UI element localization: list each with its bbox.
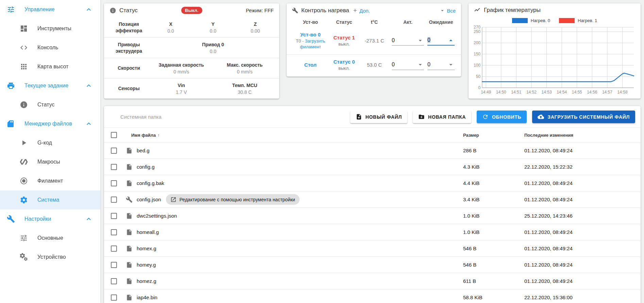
select-all-checkbox[interactable] (111, 132, 117, 138)
sidebar-item-label: G-код (37, 140, 52, 146)
row-checkbox[interactable] (111, 148, 117, 154)
extra-heaters-link[interactable]: Доп. (359, 8, 370, 14)
sidebar-section-files[interactable]: Менеджер файлов (0, 114, 100, 133)
row-checkbox[interactable] (111, 229, 117, 235)
file-modified: 01.12.2020, 08:49:24 (524, 148, 635, 153)
tool-link[interactable]: Уст-во 0 (291, 31, 329, 38)
sidebar-section-label: Управление (24, 6, 55, 13)
sidebar-section-job[interactable]: Текущее задание (0, 76, 100, 95)
table-row[interactable]: config.g.bak 4.4 KiB 01.12.2020, 08:49:2… (104, 175, 641, 191)
svg-text:14:55: 14:55 (572, 90, 582, 95)
svg-text:14:54: 14:54 (557, 90, 567, 95)
svg-text:14:58: 14:58 (617, 90, 628, 95)
table-row[interactable]: dwc2settings.json 1.0 KiB 25.12.2020, 14… (104, 207, 641, 224)
file-icon (126, 180, 133, 187)
chevron-up-icon[interactable] (85, 5, 93, 14)
sidebar-item-job-status[interactable]: Статус (0, 95, 100, 114)
heater-status-link[interactable]: Статус 1 (329, 34, 359, 41)
sidebar-item-filament[interactable]: Филамент (0, 171, 100, 190)
table-row[interactable]: homey.g 546 B 01.12.2020, 08:49:24 (104, 256, 641, 273)
cogs-icon (20, 253, 28, 261)
chevron-up-icon[interactable] (85, 120, 93, 128)
sidebar-item-label: Статус (37, 102, 55, 108)
table-row[interactable]: iap4e.bin 58.8 KiB 22.12.2020, 15:36:00 (104, 289, 641, 303)
standby-temp-select[interactable]: 0 (427, 60, 455, 70)
new-folder-button[interactable]: НОВАЯ ПАПКА (413, 111, 471, 123)
menu-down-icon (417, 37, 424, 44)
table-row[interactable]: bed.g 286 B 01.12.2020, 08:49:24 (104, 142, 641, 158)
svg-text:50: 50 (476, 74, 481, 79)
row-checkbox[interactable] (111, 278, 117, 284)
active-temp-select[interactable]: 0 (392, 35, 424, 46)
file-icon (126, 294, 133, 301)
axis-z-value: 0.00 (234, 28, 276, 34)
status-panel-title: Статус (119, 7, 138, 14)
row-checkbox[interactable] (111, 213, 117, 219)
plus-icon[interactable]: + (353, 7, 357, 14)
row-checkbox[interactable] (111, 246, 117, 252)
row-checkbox[interactable] (111, 294, 117, 301)
sidebar-item-heightmap[interactable]: Карта высот (0, 57, 100, 76)
new-file-button[interactable]: НОВЫЙ ФАЙЛ (350, 111, 407, 123)
row-checkbox[interactable] (111, 197, 117, 203)
all-heaters-dropdown[interactable]: Все (439, 7, 456, 14)
file-icon (126, 278, 133, 285)
upload-system-file-button[interactable]: ЗАГРУЗИТЬ СИСТЕМНЫЙ ФАЙЛ (532, 111, 635, 123)
svg-text:14:49: 14:49 (481, 90, 491, 95)
sidebar-item-general[interactable]: Основные (0, 229, 100, 248)
bed-link[interactable]: Стол (291, 62, 329, 68)
file-size: 546 B (463, 262, 524, 268)
sidebar-item-gcode[interactable]: G-код (0, 133, 100, 152)
vin-header: Vin (150, 82, 213, 89)
sidebar-item-macros[interactable]: Макросы (0, 152, 100, 171)
sort-ascending-icon: ↑ (157, 133, 160, 138)
sidebar-section-settings[interactable]: Настройки (0, 209, 100, 229)
svg-text:0: 0 (478, 85, 480, 90)
row-checkbox[interactable] (111, 262, 117, 268)
file-size: 4.4 KiB (463, 180, 524, 186)
current-temp: -273.1 C (359, 38, 390, 44)
sidebar-item-system[interactable]: Система (0, 190, 100, 209)
table-row[interactable]: homeall.g 1.0 KiB 01.12.2020, 08:49:24 (104, 224, 641, 240)
column-header-name[interactable]: Имя файла ↑ (123, 133, 463, 138)
svg-text:14:57: 14:57 (602, 90, 612, 95)
file-table-header: Имя файла ↑ Размер Последние изменения (104, 128, 641, 142)
breadcrumb: Системная папка (120, 114, 162, 120)
file-size: 546 B (463, 246, 524, 251)
sidebar-item-console[interactable]: Консоль (0, 38, 100, 57)
file-modified: 01.12.2020, 08:49:24 (524, 278, 635, 284)
gear-icon (20, 196, 28, 204)
wrench-icon (126, 196, 133, 203)
chevron-up-icon[interactable] (85, 215, 93, 223)
table-row[interactable]: config.g 4.3 KiB 22.12.2020, 15:22:32 (104, 158, 641, 175)
file-size: 4.3 KiB (463, 164, 524, 170)
legend-label-heater1[interactable]: Нагрев. 1 (578, 18, 597, 23)
legend-swatch-heater1[interactable] (559, 18, 575, 23)
wrench-icon (7, 215, 15, 223)
sidebar-item-tools[interactable]: Инструменты (0, 19, 100, 38)
current-temp: 53.0 C (359, 62, 390, 68)
chevron-up-icon[interactable] (85, 82, 93, 90)
column-header-size[interactable]: Размер (463, 133, 524, 138)
sidebar-item-label: Карта высот (37, 64, 68, 70)
standby-temp-select[interactable]: 0 (427, 35, 455, 46)
heater-row-tool0: Уст-во 0 T0 - Загрузить филамент Статус … (287, 27, 461, 54)
chart-legend: Нагрев. 0 Нагрев. 1 (469, 17, 641, 24)
refresh-button[interactable]: ОБНОВИТЬ (477, 111, 527, 123)
row-checkbox[interactable] (111, 164, 117, 170)
heater-status-link[interactable]: Статус 0 (329, 58, 359, 65)
table-row[interactable]: homex.g 546 B 01.12.2020, 08:49:24 (104, 240, 641, 256)
table-row[interactable]: config.json Редактирование с помощью инс… (104, 191, 641, 207)
sidebar-section-control[interactable]: Управление (0, 0, 100, 19)
active-temp-select[interactable]: 0 (392, 60, 424, 70)
row-checkbox[interactable] (111, 180, 117, 186)
legend-label-heater0[interactable]: Нагрев. 0 (531, 18, 550, 23)
status-row-position: Позиция эффектора X0.0 Y0.0 Z0.00 (104, 17, 279, 37)
file-size: 286 B (463, 148, 524, 153)
config-tool-chip[interactable]: Редактирование с помощью инструмента нас… (166, 194, 300, 205)
sidebar-item-device[interactable]: Устройство (0, 248, 100, 267)
table-row[interactable]: homez.g 611 B 01.12.2020, 08:49:24 (104, 273, 641, 289)
tune-icon (7, 5, 15, 14)
legend-swatch-heater0[interactable] (512, 18, 528, 23)
column-header-modified[interactable]: Последние изменения (524, 133, 635, 138)
